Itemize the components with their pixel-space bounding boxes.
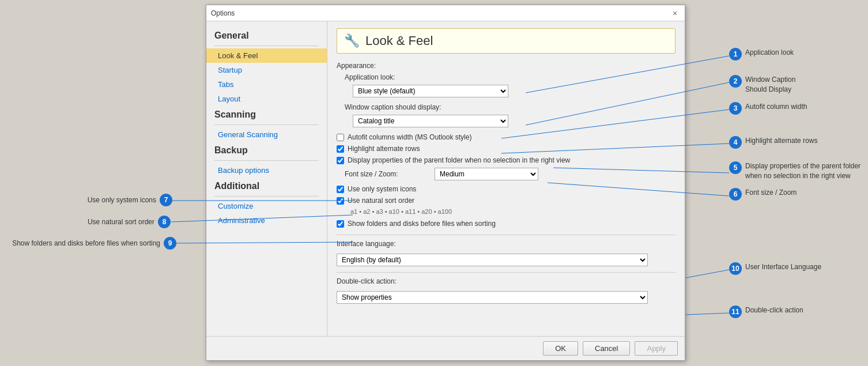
app-look-label: Application look: — [337, 73, 675, 81]
display-props-label: Display properties of the parent folder … — [348, 156, 570, 164]
sidebar: General Look & Feel Startup Tabs Layout … — [206, 21, 327, 336]
callout-text-left-8: Use natural sort order — [88, 218, 154, 226]
sidebar-item-layout[interactable]: Layout — [206, 92, 327, 106]
look-feel-icon: 🔧 — [344, 33, 360, 48]
options-dialog: Options × General Look & Feel Startup Ta… — [206, 5, 685, 361]
callout-badge-1: 1 — [729, 48, 742, 61]
callout-badge-2: 2 — [729, 75, 742, 88]
display-props-row: Display properties of the parent folder … — [337, 156, 675, 164]
sidebar-item-customize[interactable]: Customize — [206, 199, 327, 213]
sidebar-section-scanning: Scanning — [206, 106, 327, 122]
autofit-checkbox[interactable] — [337, 134, 344, 141]
callout-badge-11: 11 — [729, 305, 742, 318]
main-content: 🔧 Look & Feel Appearance: Application lo… — [327, 21, 685, 336]
sidebar-section-general: General — [206, 27, 327, 43]
dialog-title: Options — [211, 9, 235, 17]
autofit-row: Autofit columns width (MS Outlook style) — [337, 133, 675, 141]
double-click-dropdown[interactable]: Show properties Open Edit — [337, 291, 648, 304]
show-folders-label: Show folders and disks before files when… — [348, 220, 496, 228]
sidebar-section-backup: Backup — [206, 142, 327, 158]
highlight-label: Highlight alternate rows — [348, 145, 420, 153]
font-size-dropdown[interactable]: Small Medium Large — [435, 168, 538, 180]
sidebar-section-additional: Additional — [206, 178, 327, 194]
callout-badge-left-7: 7 — [160, 194, 172, 206]
highlight-checkbox[interactable] — [337, 145, 344, 153]
natural-sort-label: Use natural sort order — [348, 197, 414, 205]
callout-text-left-7: Use only system icons — [88, 196, 156, 204]
show-folders-checkbox[interactable] — [337, 220, 344, 228]
window-caption-dropdown[interactable]: Catalog title Path File name — [353, 115, 508, 127]
callout-11: 11 Double-click action — [729, 305, 803, 318]
double-click-label: Double-click action: — [337, 277, 675, 285]
callout-10: 10 User Interface Language — [729, 262, 821, 275]
sidebar-item-backup-options[interactable]: Backup options — [206, 163, 327, 178]
section-header: 🔧 Look & Feel — [337, 28, 675, 54]
cancel-button[interactable]: Cancel — [583, 341, 630, 356]
apply-button[interactable]: Apply — [635, 341, 678, 356]
callout-badge-left-9: 9 — [164, 237, 176, 250]
highlight-row: Highlight alternate rows — [337, 145, 675, 153]
callout-text-4: Highlight alternate rows — [745, 136, 817, 146]
callout-2: 2 Window CaptionShould Display — [729, 75, 795, 95]
sidebar-item-startup[interactable]: Startup — [206, 63, 327, 77]
show-folders-row: Show folders and disks before files when… — [337, 220, 675, 228]
callout-text-11: Double-click action — [745, 305, 803, 315]
autofit-label: Autofit columns width (MS Outlook style) — [348, 133, 471, 141]
svg-line-6 — [686, 270, 729, 278]
callout-text-left-9: Show folders and disks before files when… — [12, 239, 160, 247]
callout-text-1: Application look — [745, 48, 794, 58]
callout-badge-10: 10 — [729, 262, 742, 275]
sidebar-item-general-scanning[interactable]: General Scanning — [206, 127, 327, 142]
callout-4: 4 Highlight alternate rows — [729, 136, 817, 149]
callout-left-9: Show folders and disks before files when… — [12, 237, 176, 250]
interface-language-group: Interface language: English (by default)… — [337, 235, 675, 266]
callout-text-5: Display properties of the parent folderw… — [745, 161, 861, 181]
callout-3: 3 Autofit column width — [729, 102, 807, 115]
interface-language-label: Interface language: — [337, 240, 675, 248]
callout-text-10: User Interface Language — [745, 262, 821, 272]
font-size-row: Font size / Zoom: Small Medium Large — [337, 168, 675, 180]
callout-badge-4: 4 — [729, 136, 742, 149]
dialog-footer: OK Cancel Apply — [206, 336, 685, 360]
callout-text-6: Font size / Zoom — [745, 188, 797, 198]
app-look-dropdown[interactable]: Blue style (default) Classic Office Dark — [353, 85, 508, 97]
natural-sort-checkbox[interactable] — [337, 197, 344, 205]
close-button[interactable]: × — [670, 8, 680, 18]
section-title: Look & Feel — [365, 33, 433, 48]
system-icons-label: Use only system icons — [348, 185, 416, 193]
callout-1: 1 Application look — [729, 48, 794, 61]
window-caption-group: Window caption should display: Catalog t… — [337, 103, 675, 127]
callout-text-3: Autofit column width — [745, 102, 807, 112]
sort-example: a1 • a2 • a3 • a10 • a11 • a20 • a100 — [337, 208, 675, 215]
callout-left-7: Use only system icons 7 — [88, 194, 172, 206]
sidebar-item-tabs[interactable]: Tabs — [206, 77, 327, 92]
ok-button[interactable]: OK — [543, 341, 578, 356]
double-click-group: Double-click action: Show properties Ope… — [337, 272, 675, 304]
callout-5: 5 Display properties of the parent folde… — [729, 161, 861, 181]
natural-sort-row: Use natural sort order — [337, 197, 675, 205]
font-size-label: Font size / Zoom: — [337, 170, 435, 178]
sidebar-item-administrative[interactable]: Administrative — [206, 213, 327, 228]
callout-6: 6 Font size / Zoom — [729, 188, 797, 201]
sidebar-item-look-feel[interactable]: Look & Feel — [206, 48, 327, 63]
system-icons-row: Use only system icons — [337, 185, 675, 193]
system-icons-checkbox[interactable] — [337, 186, 344, 193]
window-caption-label: Window caption should display: — [337, 103, 675, 111]
app-look-group: Application look: Blue style (default) C… — [337, 73, 675, 97]
interface-language-dropdown[interactable]: English (by default) French German Spani… — [337, 254, 648, 266]
callout-left-8: Use natural sort order 8 — [88, 216, 171, 228]
display-props-checkbox[interactable] — [337, 157, 344, 164]
callout-badge-3: 3 — [729, 102, 742, 115]
titlebar: Options × — [206, 5, 685, 21]
callout-text-2: Window CaptionShould Display — [745, 75, 795, 95]
appearance-label: Appearance: — [337, 62, 675, 70]
callout-badge-left-8: 8 — [158, 216, 171, 228]
svg-line-7 — [686, 313, 729, 315]
callout-badge-5: 5 — [729, 161, 742, 174]
callout-badge-6: 6 — [729, 188, 742, 201]
